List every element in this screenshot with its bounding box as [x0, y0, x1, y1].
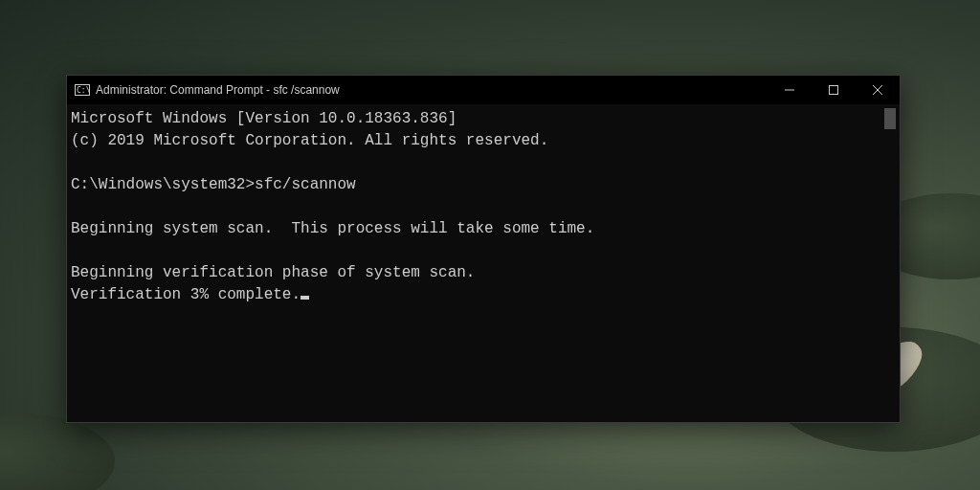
- svg-rect-3: [830, 86, 838, 95]
- console-output: Microsoft Windows [Version 10.0.18363.83…: [71, 108, 882, 418]
- maximize-button[interactable]: [812, 76, 856, 104]
- command-prompt-window: C:\ Administrator: Command Prompt - sfc …: [66, 75, 901, 423]
- lily-pad: [0, 413, 115, 490]
- console-progress-line: Verification 3% complete.: [71, 286, 301, 303]
- console-line: (c) 2019 Microsoft Corporation. All righ…: [71, 132, 548, 149]
- vertical-scrollbar[interactable]: [882, 108, 898, 418]
- console-body[interactable]: Microsoft Windows [Version 10.0.18363.83…: [67, 104, 900, 422]
- text-cursor: [301, 296, 309, 300]
- console-line: Microsoft Windows [Version 10.0.18363.83…: [71, 110, 457, 127]
- minimize-button[interactable]: [768, 76, 812, 104]
- console-line: Beginning system scan. This process will…: [71, 220, 594, 237]
- svg-rect-2: [785, 90, 794, 91]
- window-title: Administrator: Command Prompt - sfc /sca…: [96, 83, 340, 97]
- cmd-icon: C:\: [75, 82, 90, 98]
- svg-text:C:\: C:\: [77, 86, 90, 95]
- console-line: Beginning verification phase of system s…: [71, 264, 475, 281]
- scrollbar-thumb[interactable]: [884, 108, 896, 129]
- titlebar[interactable]: C:\ Administrator: Command Prompt - sfc …: [67, 76, 900, 104]
- console-prompt-line: C:\Windows\system32>sfc/scannow: [71, 176, 356, 193]
- close-button[interactable]: [856, 76, 900, 104]
